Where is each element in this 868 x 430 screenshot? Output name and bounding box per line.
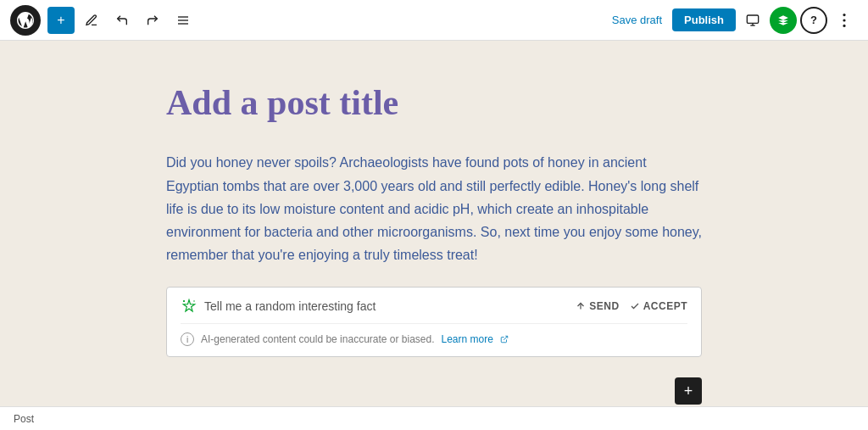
svg-point-6: [843, 14, 845, 16]
plus-icon: +: [684, 383, 693, 400]
status-bar: Post: [0, 406, 868, 430]
learn-more-link[interactable]: Learn more: [442, 333, 493, 345]
preview-icon: [746, 14, 760, 27]
ai-prompt-row: Tell me a random interesting fact SEND A…: [181, 298, 687, 315]
ai-send-button[interactable]: SEND: [576, 300, 619, 312]
ai-actions: SEND ACCEPT: [576, 300, 687, 312]
post-status-label: Post: [14, 413, 34, 425]
svg-point-8: [843, 24, 845, 26]
ai-disclaimer-text: AI-generated content could be inaccurate…: [201, 333, 435, 345]
redo-button[interactable]: [139, 7, 166, 34]
help-button[interactable]: ?: [800, 7, 827, 34]
pen-icon: [85, 14, 98, 27]
wordpress-logo[interactable]: [10, 5, 41, 36]
post-title[interactable]: Add a post title: [166, 81, 702, 124]
redo-icon: [146, 14, 159, 27]
check-icon: [630, 301, 640, 311]
svg-point-9: [183, 300, 185, 302]
wp-icon: [17, 12, 34, 29]
add-block-button[interactable]: +: [675, 377, 702, 405]
ai-disclaimer: i AI-generated content could be inaccura…: [181, 323, 687, 346]
ai-sparkle-icon: [181, 298, 198, 315]
send-icon: [576, 301, 586, 311]
jetpack-button[interactable]: [770, 7, 797, 34]
more-icon: [843, 14, 846, 27]
external-link-icon: [500, 335, 509, 343]
publish-button[interactable]: Publish: [672, 8, 736, 31]
svg-point-10: [193, 301, 195, 303]
ai-prompt-text: Tell me a random interesting fact: [204, 299, 569, 313]
svg-line-12: [504, 337, 508, 341]
toolbar-right: Save draft Publish ?: [605, 7, 858, 34]
save-draft-button[interactable]: Save draft: [605, 8, 669, 31]
post-body[interactable]: Did you honey never spoils? Archaeologis…: [166, 151, 702, 266]
info-icon: i: [181, 332, 194, 346]
editor-main: Add a post title Did you honey never spo…: [0, 41, 868, 406]
editor-content: Add a post title Did you honey never spo…: [146, 41, 722, 406]
toolbar: + Save draft Publish: [0, 0, 868, 41]
more-options-button[interactable]: [831, 7, 858, 34]
list-icon: [176, 14, 190, 27]
preview-button[interactable]: [739, 7, 766, 34]
pen-tool-button[interactable]: [78, 7, 105, 34]
svg-rect-3: [747, 15, 758, 23]
add-block-row: +: [166, 371, 702, 405]
ai-accept-button[interactable]: ACCEPT: [630, 300, 687, 312]
svg-point-7: [843, 19, 845, 21]
jetpack-icon: [777, 14, 789, 26]
undo-icon: [115, 14, 129, 27]
help-icon: ?: [810, 14, 817, 26]
add-block-toolbar-button[interactable]: +: [47, 7, 75, 34]
undo-button[interactable]: [108, 7, 136, 34]
document-overview-button[interactable]: [170, 7, 197, 34]
ai-block: Tell me a random interesting fact SEND A…: [166, 287, 702, 357]
